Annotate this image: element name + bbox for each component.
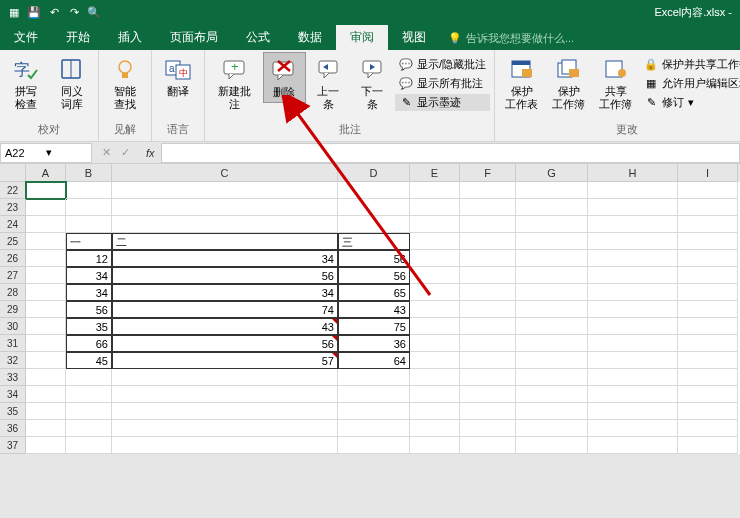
tab-file[interactable]: 文件 <box>0 25 52 50</box>
tab-review[interactable]: 审阅 <box>336 25 388 50</box>
row-header[interactable]: 29 <box>0 301 26 318</box>
select-all-corner[interactable] <box>0 164 26 182</box>
cell[interactable] <box>460 318 516 335</box>
protect-sheet-button[interactable]: 保护 工作表 <box>499 52 544 114</box>
cell[interactable] <box>678 335 738 352</box>
cell[interactable] <box>516 216 588 233</box>
row-header[interactable]: 36 <box>0 420 26 437</box>
tab-data[interactable]: 数据 <box>284 25 336 50</box>
cell[interactable] <box>588 420 678 437</box>
cell[interactable] <box>26 403 66 420</box>
cell[interactable] <box>678 233 738 250</box>
row-header[interactable]: 26 <box>0 250 26 267</box>
cell[interactable] <box>460 301 516 318</box>
redo-icon[interactable]: ↷ <box>66 4 82 20</box>
cell[interactable]: 66 <box>66 335 112 352</box>
cell[interactable] <box>460 369 516 386</box>
delete-comment-button[interactable]: 删除 <box>263 52 306 103</box>
cell[interactable] <box>460 335 516 352</box>
cell[interactable] <box>26 233 66 250</box>
cell[interactable] <box>66 199 112 216</box>
cell[interactable] <box>112 182 338 199</box>
cell[interactable] <box>516 369 588 386</box>
cell[interactable] <box>410 199 460 216</box>
toggle-comment-button[interactable]: 💬显示/隐藏批注 <box>395 56 490 73</box>
protect-share-button[interactable]: 🔒保护并共享工作簿 <box>640 56 740 73</box>
cell[interactable] <box>678 250 738 267</box>
protect-workbook-button[interactable]: 保护 工作簿 <box>546 52 591 114</box>
cell[interactable] <box>26 267 66 284</box>
cell[interactable]: 34 <box>112 284 338 301</box>
cell[interactable] <box>338 199 410 216</box>
cell[interactable] <box>26 284 66 301</box>
cell[interactable] <box>588 437 678 454</box>
cell[interactable] <box>66 182 112 199</box>
cell[interactable] <box>460 267 516 284</box>
cell[interactable] <box>66 216 112 233</box>
cell[interactable]: 12 <box>66 250 112 267</box>
cell[interactable] <box>460 352 516 369</box>
cell[interactable] <box>460 403 516 420</box>
cell[interactable] <box>588 250 678 267</box>
cell[interactable] <box>410 216 460 233</box>
cell[interactable] <box>410 420 460 437</box>
row-header[interactable]: 37 <box>0 437 26 454</box>
tab-layout[interactable]: 页面布局 <box>156 25 232 50</box>
row-header[interactable]: 30 <box>0 318 26 335</box>
cell[interactable] <box>26 301 66 318</box>
cell[interactable]: 56 <box>66 301 112 318</box>
cell[interactable] <box>26 386 66 403</box>
cell[interactable] <box>410 437 460 454</box>
cell[interactable] <box>678 284 738 301</box>
cell[interactable] <box>460 233 516 250</box>
col-header-b[interactable]: B <box>66 164 112 182</box>
cell[interactable] <box>516 403 588 420</box>
cell[interactable] <box>516 233 588 250</box>
cell[interactable] <box>460 216 516 233</box>
cell[interactable] <box>66 403 112 420</box>
cell[interactable]: 74 <box>112 301 338 318</box>
col-header-d[interactable]: D <box>338 164 410 182</box>
cell[interactable]: 56 <box>112 267 338 284</box>
tab-insert[interactable]: 插入 <box>104 25 156 50</box>
cell[interactable] <box>410 182 460 199</box>
cell[interactable] <box>588 403 678 420</box>
cell[interactable] <box>26 250 66 267</box>
cell[interactable] <box>410 284 460 301</box>
thesaurus-button[interactable]: 同义词库 <box>50 52 94 114</box>
cell[interactable]: 45 <box>66 352 112 369</box>
tab-view[interactable]: 视图 <box>388 25 440 50</box>
cell[interactable] <box>112 420 338 437</box>
cell[interactable]: 34 <box>66 267 112 284</box>
cell[interactable] <box>410 250 460 267</box>
accept-formula-icon[interactable]: ✓ <box>121 146 130 159</box>
cell[interactable] <box>516 301 588 318</box>
show-all-comments-button[interactable]: 💬显示所有批注 <box>395 75 490 92</box>
cell[interactable]: 35 <box>66 318 112 335</box>
col-header-h[interactable]: H <box>588 164 678 182</box>
cell[interactable] <box>338 369 410 386</box>
row-header[interactable]: 27 <box>0 267 26 284</box>
cell[interactable] <box>112 216 338 233</box>
col-header-a[interactable]: A <box>26 164 66 182</box>
cell[interactable] <box>410 403 460 420</box>
cell[interactable] <box>410 352 460 369</box>
row-header[interactable]: 31 <box>0 335 26 352</box>
translate-button[interactable]: a中 翻译 <box>156 52 200 101</box>
cell[interactable] <box>588 318 678 335</box>
cell[interactable] <box>410 386 460 403</box>
cell[interactable]: 36 <box>338 335 410 352</box>
cell[interactable] <box>516 182 588 199</box>
cell[interactable] <box>26 437 66 454</box>
cell[interactable]: 57 <box>112 352 338 369</box>
cell[interactable] <box>112 369 338 386</box>
cell[interactable]: 64 <box>338 352 410 369</box>
prev-comment-button[interactable]: 上一条 <box>308 52 350 114</box>
cell[interactable] <box>678 182 738 199</box>
cell[interactable] <box>588 216 678 233</box>
cell[interactable] <box>516 318 588 335</box>
cell[interactable] <box>678 318 738 335</box>
cell[interactable]: 56 <box>338 250 410 267</box>
cell[interactable] <box>516 250 588 267</box>
cell[interactable] <box>338 420 410 437</box>
